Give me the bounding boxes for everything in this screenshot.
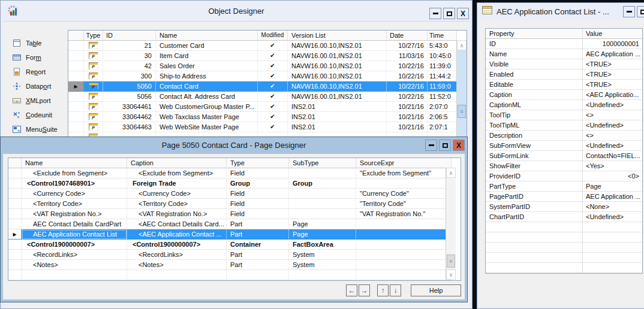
property-value[interactable]: 1000000001 [583,39,642,49]
cell-name: AEC Application Contact List [22,229,127,240]
table-row[interactable] [8,270,461,280]
object-list-scrollbar[interactable]: ∧ ≡ [456,40,467,142]
close-button[interactable]: X [457,8,469,19]
table-row[interactable]: <VAT Registration No.><VAT Registration … [8,209,461,219]
minimize-button[interactable] [425,140,437,151]
property-value[interactable]: ContactNo=FIEL... [583,151,642,161]
scrollbar-thumb[interactable]: ≡ [458,105,466,118]
table-row[interactable]: <Exclude from Segment><Exclude from Segm… [8,168,461,178]
move-up-button[interactable]: ↑ [377,284,389,296]
property-value[interactable]: <Undefined> [583,141,642,151]
table-row[interactable]: P33064462Web Taxclass Master Page✔INS2.0… [68,112,467,122]
table-row[interactable]: P30Item Card✔NAVW16.00.01,INS2.0111/03/1… [68,51,467,61]
scroll-up-icon[interactable]: ∧ [457,40,467,50]
help-button[interactable]: Help [411,284,461,296]
sidebar-item-table[interactable]: Table [13,36,70,50]
minimize-button[interactable] [623,6,635,17]
object-designer-titlebar[interactable]: Object Designer X [1,1,472,21]
close-button[interactable]: X [453,140,465,151]
property-value[interactable]: <TRUE> [583,59,642,69]
property-row[interactable]: ProviderID<0> [486,171,642,181]
property-name: Enabled [486,69,583,80]
property-value[interactable]: <Undefined> [583,100,642,110]
property-row[interactable]: SubFormView<Undefined> [486,141,642,151]
window-controls [623,6,644,17]
property-value[interactable]: <> [583,131,642,141]
property-row[interactable]: Visible<TRUE> [486,59,642,69]
sidebar-item-form[interactable]: Form [13,50,70,65]
property-row[interactable]: ToolTipML<Undefined> [486,120,642,131]
properties-titlebar[interactable]: AEC Application Contact List - ... [477,3,644,20]
move-down-button[interactable]: ↓ [390,284,401,296]
property-row[interactable]: CaptionML<Undefined> [486,100,642,110]
property-value[interactable]: <TRUE> [583,69,642,80]
page-controls-scrollbar[interactable]: ∧ ≡ ∨ [446,168,456,280]
minimize-button[interactable] [429,8,441,19]
table-row[interactable]: ▶P5050Contact Card✔NAVW16.00.10,INS2.011… [68,81,467,92]
property-row[interactable]: Description<> [486,131,642,141]
cell-name: Customer Card [156,41,258,51]
table-row[interactable]: <Territory Code><Territory Code>Field"Te… [8,199,461,209]
property-value[interactable]: <None> [583,202,642,212]
scroll-up-icon[interactable]: ∧ [446,168,456,178]
property-value[interactable]: <AEC Applicatio... [583,90,642,100]
maximize-button[interactable] [637,6,644,17]
sidebar-item-xmlport[interactable]: <a>XMLport [13,93,70,108]
cell-caption: <AEC Application Contact ... [127,229,227,240]
page-object-icon: P [89,113,98,120]
sidebar-item-dataport[interactable]: Dataport [13,79,70,93]
property-row[interactable]: Editable<TRUE> [486,80,642,90]
report-icon [13,68,22,76]
property-value[interactable]: <> [583,110,642,120]
maximize-button[interactable] [439,140,451,151]
property-value[interactable]: Page [583,181,642,192]
table-row[interactable]: P5056Contact Alt. Address Card✔NAVW16.00… [68,92,467,102]
table-row[interactable]: <RecordLinks><RecordLinks>PartSystem [8,250,461,260]
table-row[interactable]: P33064461Web CustomerGroup Master P...✔I… [68,102,467,112]
table-row[interactable]: P300Ship-to Address✔NAVW16.00.10,INS2.01… [68,71,467,81]
table-row[interactable]: AEC Contact Details CardPart<AEC Contact… [8,219,461,229]
property-row[interactable]: PartTypePage [486,181,642,192]
sidebar-item-report[interactable]: Report [13,65,70,79]
property-value[interactable]: <Undefined> [583,120,642,131]
cell-id: 42 [103,61,156,71]
sidebar-item-menusuite[interactable]: MenuSuite [13,122,70,137]
table-row[interactable]: <Notes><Notes>PartSystem [8,260,461,270]
property-value[interactable]: <0> [583,171,642,181]
table-row[interactable]: <Control1900000007><Control1900000007>Co… [8,240,461,250]
move-right-button[interactable]: → [359,284,370,296]
maximize-button[interactable] [443,8,455,19]
property-row[interactable]: ToolTip<> [486,110,642,120]
property-row[interactable]: SystemPartID<None> [486,202,642,212]
scroll-down-icon[interactable]: ∨ [446,269,456,280]
cell-date: 10/22/16 [387,92,428,102]
move-left-button[interactable]: ← [346,284,357,296]
sidebar-item-codeunit[interactable]: Codeunit [13,108,70,122]
property-row[interactable]: Enabled<TRUE> [486,69,642,80]
table-row[interactable]: <Control1907468901>Foreign TradeGroupGro… [8,178,461,189]
property-value[interactable]: <TRUE> [583,80,642,90]
table-row[interactable]: <Currency Code><Currency Code>Field"Curr… [8,189,461,199]
property-row[interactable]: PagePartIDAEC Application ... [486,192,642,202]
cell-id: 30 [103,51,156,61]
property-row[interactable]: SubFormLinkContactNo=FIEL... [486,151,642,161]
property-row[interactable]: ShowFilter<Yes> [486,161,642,171]
property-row-empty [486,243,642,253]
table-row[interactable]: ▶AEC Application Contact List<AEC Applic… [8,229,461,240]
cell-type: Field [227,209,289,219]
header-sourceexpr: SourceExpr [356,158,452,168]
property-row[interactable]: ChartPartID<Undefined> [486,212,642,222]
cell-version-list: INS2.01 [288,112,387,122]
property-value[interactable]: AEC Application ... [583,49,642,59]
property-value[interactable]: AEC Application ... [583,192,642,202]
scrollbar-thumb[interactable]: ≡ [447,255,455,268]
table-row[interactable]: P42Sales Order✔NAVW16.00.10,INS2.0110/22… [68,61,467,71]
property-row[interactable]: NameAEC Application ... [486,49,642,59]
property-row[interactable]: ID1000000001 [486,39,642,49]
property-value[interactable]: <Undefined> [583,212,642,222]
page-designer-titlebar[interactable]: Page 5050 Contact Card - Page Designer X [1,137,467,153]
property-row[interactable]: Caption<AEC Applicatio... [486,90,642,100]
property-value[interactable]: <Yes> [583,161,642,171]
table-row[interactable]: P21Customer Card✔NAVW16.00.10,INS2.0110/… [68,41,467,51]
table-row[interactable]: P33064463Web WebSite Master Page✔INS2.01… [68,122,467,132]
